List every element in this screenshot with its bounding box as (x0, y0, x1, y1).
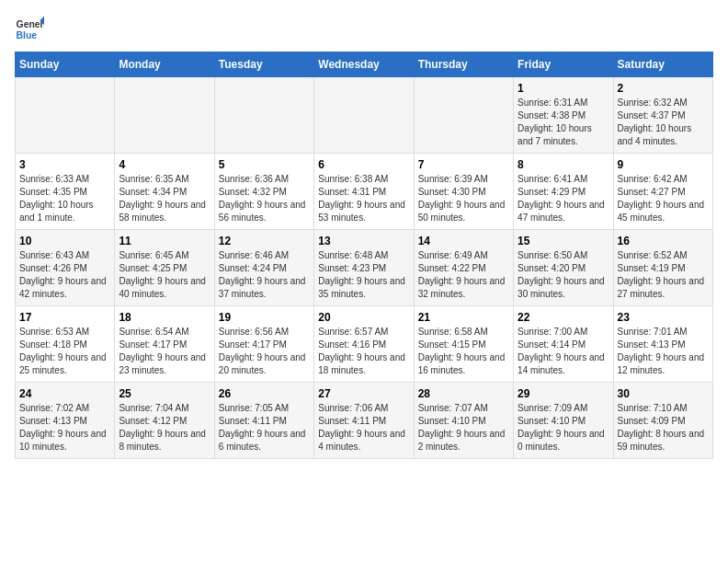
weekday-header: Friday (514, 52, 613, 77)
calendar-cell: 25Sunrise: 7:04 AM Sunset: 4:12 PM Dayli… (115, 383, 214, 459)
day-number: 13 (318, 235, 409, 247)
weekday-header: Wednesday (314, 52, 414, 77)
logo-icon: General Blue (15, 15, 44, 44)
weekday-header: Tuesday (214, 52, 313, 77)
calendar-cell: 20Sunrise: 6:57 AM Sunset: 4:16 PM Dayli… (314, 306, 414, 383)
calendar-cell: 5Sunrise: 6:36 AM Sunset: 4:32 PM Daylig… (214, 154, 313, 230)
day-info: Sunrise: 6:52 AM Sunset: 4:19 PM Dayligh… (618, 249, 709, 301)
day-info: Sunrise: 6:31 AM Sunset: 4:38 PM Dayligh… (518, 97, 609, 148)
day-info: Sunrise: 6:49 AM Sunset: 4:22 PM Dayligh… (418, 249, 509, 301)
day-number: 5 (219, 158, 310, 171)
day-info: Sunrise: 6:41 AM Sunset: 4:29 PM Dayligh… (518, 173, 609, 224)
day-number: 30 (618, 387, 709, 400)
calendar-cell: 24Sunrise: 7:02 AM Sunset: 4:13 PM Dayli… (16, 383, 115, 459)
calendar-cell: 13Sunrise: 6:48 AM Sunset: 4:23 PM Dayli… (314, 230, 414, 306)
calendar-cell: 2Sunrise: 6:32 AM Sunset: 4:37 PM Daylig… (613, 77, 712, 154)
calendar-cell: 14Sunrise: 6:49 AM Sunset: 4:22 PM Dayli… (414, 230, 513, 306)
calendar-cell: 23Sunrise: 7:01 AM Sunset: 4:13 PM Dayli… (613, 306, 712, 383)
calendar-cell (414, 77, 513, 154)
day-info: Sunrise: 6:38 AM Sunset: 4:31 PM Dayligh… (318, 173, 409, 224)
calendar-header-row: SundayMondayTuesdayWednesdayThursdayFrid… (16, 52, 713, 77)
logo: General Blue (15, 15, 44, 44)
calendar-cell: 19Sunrise: 6:56 AM Sunset: 4:17 PM Dayli… (214, 306, 313, 383)
day-number: 25 (119, 387, 210, 400)
day-number: 17 (19, 311, 110, 324)
calendar-cell: 16Sunrise: 6:52 AM Sunset: 4:19 PM Dayli… (613, 230, 712, 306)
day-number: 12 (219, 235, 310, 247)
day-number: 2 (618, 82, 709, 95)
calendar-cell: 22Sunrise: 7:00 AM Sunset: 4:14 PM Dayli… (514, 306, 613, 383)
weekday-header: Sunday (16, 52, 115, 77)
weekday-header: Thursday (414, 52, 513, 77)
day-info: Sunrise: 6:32 AM Sunset: 4:37 PM Dayligh… (618, 97, 709, 148)
day-number: 10 (19, 235, 110, 247)
calendar-cell: 4Sunrise: 6:35 AM Sunset: 4:34 PM Daylig… (115, 154, 214, 230)
weekday-header: Saturday (613, 52, 712, 77)
calendar-cell (115, 77, 214, 154)
day-number: 26 (219, 387, 310, 400)
calendar-cell: 15Sunrise: 6:50 AM Sunset: 4:20 PM Dayli… (514, 230, 613, 306)
day-info: Sunrise: 7:02 AM Sunset: 4:13 PM Dayligh… (19, 402, 110, 454)
day-info: Sunrise: 6:45 AM Sunset: 4:25 PM Dayligh… (119, 249, 210, 301)
calendar-cell: 12Sunrise: 6:46 AM Sunset: 4:24 PM Dayli… (214, 230, 313, 306)
day-number: 6 (318, 158, 409, 171)
calendar-cell: 17Sunrise: 6:53 AM Sunset: 4:18 PM Dayli… (16, 306, 115, 383)
day-info: Sunrise: 7:01 AM Sunset: 4:13 PM Dayligh… (618, 326, 709, 377)
day-number: 24 (19, 387, 110, 400)
day-number: 11 (119, 235, 210, 247)
calendar-cell: 30Sunrise: 7:10 AM Sunset: 4:09 PM Dayli… (613, 383, 712, 459)
calendar-cell: 21Sunrise: 6:58 AM Sunset: 4:15 PM Dayli… (414, 306, 513, 383)
day-info: Sunrise: 7:07 AM Sunset: 4:10 PM Dayligh… (418, 402, 509, 454)
day-info: Sunrise: 6:48 AM Sunset: 4:23 PM Dayligh… (318, 249, 409, 301)
calendar-table: SundayMondayTuesdayWednesdayThursdayFrid… (15, 52, 713, 459)
day-info: Sunrise: 6:58 AM Sunset: 4:15 PM Dayligh… (418, 326, 509, 377)
day-info: Sunrise: 7:06 AM Sunset: 4:11 PM Dayligh… (318, 402, 409, 454)
day-info: Sunrise: 6:56 AM Sunset: 4:17 PM Dayligh… (219, 326, 310, 377)
day-number: 23 (618, 311, 709, 324)
calendar-cell: 8Sunrise: 6:41 AM Sunset: 4:29 PM Daylig… (514, 154, 613, 230)
day-info: Sunrise: 6:39 AM Sunset: 4:30 PM Dayligh… (418, 173, 509, 224)
day-info: Sunrise: 7:05 AM Sunset: 4:11 PM Dayligh… (219, 402, 310, 454)
day-number: 22 (518, 311, 609, 324)
day-number: 9 (618, 158, 709, 171)
day-info: Sunrise: 7:10 AM Sunset: 4:09 PM Dayligh… (618, 402, 709, 454)
day-number: 16 (618, 235, 709, 247)
calendar-cell (16, 77, 115, 154)
calendar-week-row: 1Sunrise: 6:31 AM Sunset: 4:38 PM Daylig… (16, 77, 713, 154)
day-info: Sunrise: 6:42 AM Sunset: 4:27 PM Dayligh… (618, 173, 709, 224)
day-number: 14 (418, 235, 509, 247)
calendar-week-row: 3Sunrise: 6:33 AM Sunset: 4:35 PM Daylig… (16, 154, 713, 230)
weekday-header: Monday (115, 52, 214, 77)
calendar-cell: 11Sunrise: 6:45 AM Sunset: 4:25 PM Dayli… (115, 230, 214, 306)
day-info: Sunrise: 7:00 AM Sunset: 4:14 PM Dayligh… (518, 326, 609, 377)
calendar-cell: 7Sunrise: 6:39 AM Sunset: 4:30 PM Daylig… (414, 154, 513, 230)
day-number: 18 (119, 311, 210, 324)
calendar-cell: 10Sunrise: 6:43 AM Sunset: 4:26 PM Dayli… (16, 230, 115, 306)
calendar-cell (214, 77, 313, 154)
calendar-cell: 18Sunrise: 6:54 AM Sunset: 4:17 PM Dayli… (115, 306, 214, 383)
svg-text:Blue: Blue (17, 30, 38, 40)
day-info: Sunrise: 6:53 AM Sunset: 4:18 PM Dayligh… (19, 326, 110, 377)
day-number: 28 (418, 387, 509, 400)
day-info: Sunrise: 6:36 AM Sunset: 4:32 PM Dayligh… (219, 173, 310, 224)
day-info: Sunrise: 7:09 AM Sunset: 4:10 PM Dayligh… (518, 402, 609, 454)
calendar-cell: 26Sunrise: 7:05 AM Sunset: 4:11 PM Dayli… (214, 383, 313, 459)
header: General Blue (15, 15, 713, 44)
calendar-cell: 28Sunrise: 7:07 AM Sunset: 4:10 PM Dayli… (414, 383, 513, 459)
day-info: Sunrise: 6:33 AM Sunset: 4:35 PM Dayligh… (19, 173, 110, 224)
day-info: Sunrise: 6:46 AM Sunset: 4:24 PM Dayligh… (219, 249, 310, 301)
calendar-week-row: 24Sunrise: 7:02 AM Sunset: 4:13 PM Dayli… (16, 383, 713, 459)
calendar-body: 1Sunrise: 6:31 AM Sunset: 4:38 PM Daylig… (16, 77, 713, 459)
calendar-week-row: 17Sunrise: 6:53 AM Sunset: 4:18 PM Dayli… (16, 306, 713, 383)
day-number: 7 (418, 158, 509, 171)
calendar-cell: 3Sunrise: 6:33 AM Sunset: 4:35 PM Daylig… (16, 154, 115, 230)
calendar-cell: 29Sunrise: 7:09 AM Sunset: 4:10 PM Dayli… (514, 383, 613, 459)
day-number: 1 (518, 82, 609, 95)
day-number: 20 (318, 311, 409, 324)
svg-text:General: General (17, 19, 44, 29)
day-info: Sunrise: 6:50 AM Sunset: 4:20 PM Dayligh… (518, 249, 609, 301)
calendar-week-row: 10Sunrise: 6:43 AM Sunset: 4:26 PM Dayli… (16, 230, 713, 306)
day-number: 3 (19, 158, 110, 171)
day-info: Sunrise: 7:04 AM Sunset: 4:12 PM Dayligh… (119, 402, 210, 454)
day-info: Sunrise: 6:35 AM Sunset: 4:34 PM Dayligh… (119, 173, 210, 224)
